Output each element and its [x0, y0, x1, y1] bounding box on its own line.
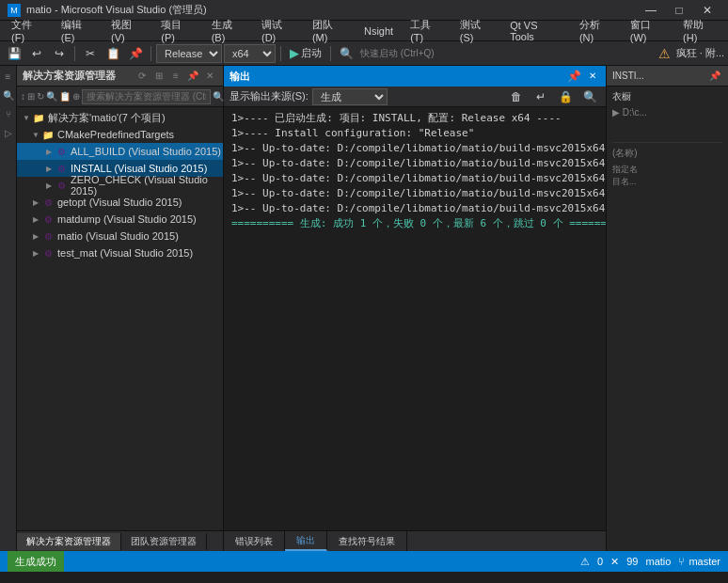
output-wrap-btn[interactable]: ↵ [530, 87, 551, 106]
cmake-expand-icon: ▼ [30, 129, 41, 140]
menu-project[interactable]: 项目(P) [153, 21, 201, 40]
tab-team-explorer[interactable]: 团队资源管理器 [121, 533, 207, 550]
toolbar-separator-3 [280, 46, 281, 61]
output-clear-btn[interactable]: 🗑 [506, 87, 527, 106]
tree-all-build[interactable]: ▶ ⚙ ALL_BUILD (Visual Studio 2015) [17, 143, 223, 160]
tree-test-mat[interactable]: ▶ ⚙ test_mat (Visual Studio 2015) [17, 244, 223, 261]
output-title: 输出 [229, 70, 250, 84]
panel-icon-group: ⟳ ⊞ ≡ 📌 ✕ [135, 69, 217, 84]
output-close-btn[interactable]: ✕ [585, 69, 600, 84]
install-icon: ⚙ [55, 162, 68, 175]
menu-tools[interactable]: 工具(T) [403, 21, 451, 40]
tree-matdump[interactable]: ▶ ⚙ matdump (Visual Studio 2015) [17, 211, 223, 228]
panel-pin-btn[interactable]: 📌 [185, 69, 200, 84]
start-button[interactable]: ▶ 启动 [286, 46, 325, 60]
props-pin-btn[interactable]: 📌 [707, 69, 722, 84]
menu-window[interactable]: 窗口(W) [623, 21, 673, 40]
panel-options-btn[interactable]: ≡ [168, 69, 183, 84]
toolbar-paste[interactable]: 📌 [125, 44, 146, 63]
panel-sync-btn[interactable]: ⟳ [135, 69, 150, 84]
toolbar-search-icon[interactable]: 🔍 [336, 44, 356, 63]
status-bar: 生成成功 ⚠ 0 ✕ 99 matio ⑂ master [0, 551, 728, 572]
title-bar-controls: — □ ✕ [638, 1, 720, 20]
menu-nsight[interactable]: Nsight [356, 21, 401, 40]
sol-toolbar-icon5[interactable]: 📋 [59, 89, 71, 104]
properties-panel: INSTI... 📌 衣橱 ▶ D:\c... (名称) 指定名目名... [606, 66, 728, 551]
matio-icon: ⚙ [41, 229, 55, 243]
tab-output[interactable]: 输出 [285, 531, 327, 551]
menu-debug[interactable]: 调试(D) [254, 21, 303, 40]
status-bar-right: ⚠ 0 ✕ 99 matio ⑂ master [580, 556, 720, 568]
activity-search[interactable]: 🔍 [1, 88, 16, 103]
tree-cmake-label: CMakePredefinedTargets [57, 129, 174, 140]
sol-toolbar-icon2[interactable]: ⊞ [27, 89, 35, 104]
output-source-dropdown[interactable]: 生成 调试 [312, 88, 388, 105]
tree-cmake-predefined[interactable]: ▼ 📁 CMakePredefinedTargets [17, 126, 223, 143]
props-title-label: INSTI... [612, 71, 644, 81]
props-header: INSTI... 📌 [607, 66, 728, 87]
zero-check-expand-icon: ▶ [43, 180, 55, 191]
tree-test-mat-label: test_mat (Visual Studio 2015) [57, 247, 193, 259]
toolbar-cut[interactable]: ✂ [80, 44, 101, 63]
toolbar-copy[interactable]: 📋 [103, 44, 123, 63]
menu-file[interactable]: 文件(F) [4, 21, 52, 40]
tree-install-label: INSTALL (Visual Studio 2015) [71, 163, 207, 174]
sol-toolbar-icon3[interactable]: ↻ [37, 89, 44, 104]
menu-build[interactable]: 生成(B) [204, 21, 252, 40]
sol-toolbar-icon6[interactable]: ⊕ [72, 89, 80, 104]
activity-explorer[interactable]: ≡ [1, 70, 16, 85]
activity-debug[interactable]: ▷ [1, 126, 16, 141]
tab-error-list[interactable]: 错误列表 [224, 531, 285, 551]
minimize-button[interactable]: — [638, 1, 664, 20]
status-success-text: 生成成功 [15, 555, 56, 569]
output-header: 输出 📌 ✕ [224, 66, 606, 87]
tree-matio-label: matio (Visual Studio 2015) [57, 230, 179, 242]
status-bar-left: 生成成功 [8, 551, 64, 572]
tree-matio[interactable]: ▶ ⚙ matio (Visual Studio 2015) [17, 228, 223, 244]
panel-close-btn[interactable]: ✕ [202, 69, 217, 84]
menu-test[interactable]: 测试(S) [452, 21, 500, 40]
output-pin-btn[interactable]: 📌 [566, 69, 581, 84]
output-find-btn[interactable]: 🔍 [579, 87, 600, 106]
output-line-5: 1>-- Up-to-date: D:/compile/libmatio/mat… [231, 186, 598, 201]
solution-explorer-header: 解决方案资源管理器 ⟳ ⊞ ≡ 📌 ✕ [17, 66, 223, 87]
app-icon: M [8, 4, 21, 17]
tree-root-label: 解决方案'matio'(7 个项目) [48, 111, 166, 125]
output-lock-btn[interactable]: 🔒 [555, 87, 576, 106]
sol-toolbar-icon4[interactable]: 🔍 [46, 89, 57, 104]
menu-view[interactable]: 视图(V) [103, 21, 151, 40]
tree-zero-check[interactable]: ▶ ⚙ ZERO_CHECK (Visual Studio 2015) [17, 177, 223, 194]
matdump-expand-icon: ▶ [30, 213, 41, 225]
output-line-3: 1>-- Up-to-date: D:/compile/libmatio/mat… [231, 156, 598, 171]
sol-search-btn[interactable]: 🔍 [213, 89, 224, 104]
toolbar-undo[interactable]: ↩ [26, 44, 47, 63]
sol-toolbar-icon1[interactable]: ↕ [21, 89, 25, 104]
toolbar-redo[interactable]: ↪ [49, 44, 70, 63]
menu-team[interactable]: 团队(M) [305, 21, 355, 40]
getopt-expand-icon: ▶ [30, 197, 41, 208]
close-button[interactable]: ✕ [694, 1, 720, 20]
props-name-label: (名称) [612, 147, 722, 160]
activity-git[interactable]: ⑂ [1, 107, 16, 122]
root-folder-icon: 📁 [32, 111, 45, 124]
output-line-0: 1>---- 已启动生成: 项目: INSTALL, 配置: Release x… [231, 111, 598, 126]
tab-find-symbol[interactable]: 查找符号结果 [327, 531, 407, 551]
props-spacer [612, 119, 722, 138]
menu-help[interactable]: 帮助(H) [675, 21, 724, 40]
tab-solution-explorer[interactable]: 解决方案资源管理器 [17, 533, 121, 550]
panel-filter-btn[interactable]: ⊞ [151, 69, 166, 84]
platform-dropdown[interactable]: x64 x86 [224, 44, 276, 63]
solution-search-input[interactable] [82, 89, 211, 104]
menu-analyze[interactable]: 分析(N) [572, 21, 621, 40]
tree-root[interactable]: ▼ 📁 解决方案'matio'(7 个项目) [17, 109, 223, 126]
menu-qtvs[interactable]: Qt VS Tools [502, 21, 570, 40]
root-expand-icon: ▼ [21, 112, 32, 123]
toolbar-save[interactable]: 💾 [4, 44, 24, 63]
maximize-button[interactable]: □ [666, 1, 692, 20]
tree-getopt-label: getopt (Visual Studio 2015) [57, 197, 182, 208]
solution-explorer-tabs: 解决方案资源管理器 团队资源管理器 [17, 530, 223, 551]
tree-zero-check-label: ZERO_CHECK (Visual Studio 2015) [71, 174, 223, 197]
config-dropdown[interactable]: Release Debug [156, 44, 222, 63]
solution-explorer-panel: 解决方案资源管理器 ⟳ ⊞ ≡ 📌 ✕ ↕ ⊞ ↻ 🔍 📋 ⊕ 🔍 ▼ 📁 [17, 66, 224, 551]
menu-edit[interactable]: 编辑(E) [54, 21, 102, 40]
